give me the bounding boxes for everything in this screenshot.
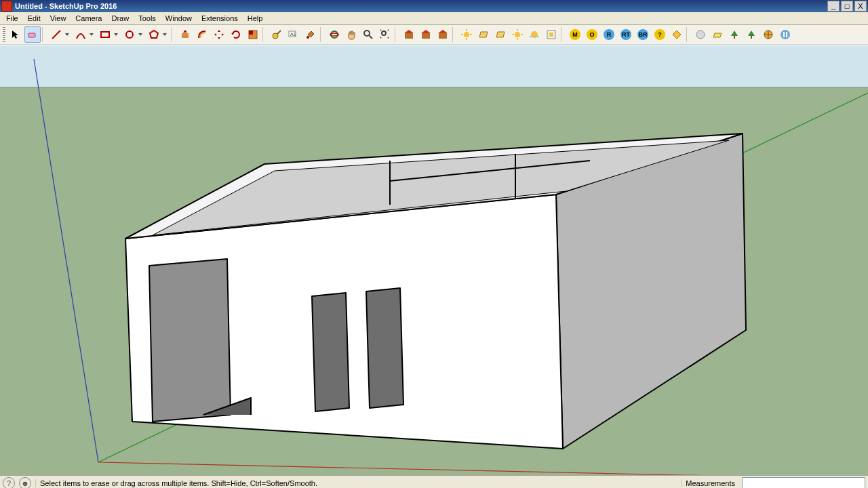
toolbar-separator	[262, 27, 267, 42]
svg-rect-2	[101, 32, 109, 37]
user-icon[interactable]: ☻	[19, 477, 31, 488]
tape-measure-tool[interactable]	[269, 26, 285, 43]
xray-icon[interactable]	[543, 26, 559, 43]
status-bar: ? ☻ Select items to erase or drag across…	[0, 475, 868, 488]
sun-icon[interactable]	[458, 26, 475, 43]
pushpull-tool[interactable]	[177, 26, 193, 43]
rotate-tool[interactable]	[228, 26, 244, 43]
arc-tool[interactable]	[73, 26, 96, 43]
toolbar-separator	[686, 27, 691, 42]
status-hint: Select items to erase or drag across mul…	[35, 479, 681, 487]
svg-marker-42	[713, 33, 722, 37]
toolbar-separator	[171, 27, 176, 42]
toolbar: A1MORRTBR?	[0, 25, 868, 45]
svg-rect-0	[28, 33, 35, 37]
svg-marker-29	[479, 32, 488, 37]
menu-file[interactable]: File	[1, 14, 23, 23]
svg-marker-21	[421, 30, 431, 33]
vray-help-badge[interactable]: ?	[652, 26, 668, 43]
menu-extensions[interactable]: Extensions	[197, 14, 243, 23]
section-display-icon[interactable]	[492, 26, 509, 43]
svg-line-1	[52, 30, 60, 39]
close-button[interactable]: X	[854, 1, 867, 12]
svg-rect-43	[734, 36, 735, 39]
scale-tool[interactable]	[245, 26, 261, 43]
maximize-button[interactable]: □	[841, 1, 853, 12]
offset-tool[interactable]	[194, 26, 210, 43]
vray-tree1-icon[interactable]	[726, 26, 743, 43]
svg-rect-45	[751, 36, 752, 39]
text-tool[interactable]: A1	[285, 26, 302, 43]
paint-bucket-tool[interactable]	[302, 26, 319, 43]
svg-rect-50	[786, 32, 787, 37]
menu-help[interactable]: Help	[243, 14, 268, 23]
vray-br-badge[interactable]: BR	[635, 26, 651, 43]
menu-view[interactable]: View	[45, 14, 71, 23]
window-title: Untitled - SketchUp Pro 2016	[15, 2, 826, 10]
zoom-extents-tool[interactable]	[377, 26, 393, 43]
rectangle-tool[interactable]	[97, 26, 121, 43]
svg-marker-64	[149, 259, 231, 422]
minimize-button[interactable]: _	[827, 1, 840, 12]
select-tool[interactable]	[7, 26, 24, 43]
svg-point-8	[273, 33, 278, 39]
menu-window[interactable]: Window	[161, 14, 197, 23]
extension-warehouse-icon[interactable]	[435, 26, 451, 43]
menu-camera[interactable]: Camera	[71, 14, 106, 23]
vray-r-badge[interactable]: R	[601, 26, 617, 43]
svg-rect-7	[249, 30, 253, 35]
vray-pause-icon[interactable]	[777, 26, 793, 43]
svg-point-15	[364, 30, 370, 36]
vray-m-badge[interactable]: M	[567, 26, 583, 43]
vray-sphere-icon[interactable]	[692, 26, 709, 43]
toolbar-separator	[42, 27, 47, 42]
menu-tools[interactable]: Tools	[134, 14, 161, 23]
svg-rect-5	[182, 33, 189, 38]
svg-marker-44	[731, 30, 738, 36]
circle-tool[interactable]	[121, 26, 145, 43]
title-bar: Untitled - SketchUp Pro 2016 _ □ X	[0, 0, 868, 12]
toolbar-separator	[395, 27, 399, 42]
warehouse-icon[interactable]	[401, 26, 417, 43]
svg-rect-49	[783, 32, 785, 37]
section-plane-icon[interactable]	[475, 26, 492, 43]
warehouse-share-icon[interactable]	[418, 26, 434, 43]
help-icon[interactable]: ?	[3, 477, 15, 488]
svg-rect-20	[422, 33, 430, 39]
fog-icon[interactable]	[526, 26, 542, 43]
line-tool[interactable]	[48, 26, 72, 43]
svg-point-3	[126, 31, 133, 38]
svg-point-31	[515, 32, 520, 37]
zoom-tool[interactable]	[360, 26, 376, 43]
menu-bar: FileEditViewCameraDrawToolsWindowExtensi…	[0, 12, 868, 25]
svg-marker-65	[312, 293, 349, 411]
svg-rect-51	[0, 45, 868, 87]
svg-marker-66	[366, 288, 403, 408]
svg-text:A1: A1	[290, 32, 296, 37]
toolbar-separator	[561, 27, 566, 42]
svg-point-17	[382, 31, 386, 35]
pan-tool[interactable]	[343, 26, 359, 43]
measurements-label: Measurements	[681, 479, 739, 487]
shadow-icon[interactable]	[509, 26, 526, 43]
menu-edit[interactable]: Edit	[23, 14, 45, 23]
vray-rt-badge[interactable]: RT	[618, 26, 634, 43]
vray-globe-icon[interactable]	[760, 26, 776, 43]
polygon-tool[interactable]	[146, 26, 170, 43]
vray-o-badge[interactable]: O	[584, 26, 600, 43]
svg-marker-19	[404, 30, 414, 33]
move-tool[interactable]	[211, 26, 227, 43]
svg-rect-37	[530, 36, 539, 37]
measurements-input[interactable]	[742, 477, 865, 488]
svg-rect-22	[439, 33, 447, 39]
svg-marker-4	[150, 30, 158, 38]
svg-marker-30	[496, 32, 505, 37]
vray-plane-icon[interactable]	[709, 26, 726, 43]
eraser-tool[interactable]	[24, 26, 41, 43]
viewport-3d[interactable]	[0, 45, 868, 475]
vray-tree2-icon[interactable]	[743, 26, 760, 43]
orbit-tool[interactable]	[326, 26, 342, 43]
menu-draw[interactable]: Draw	[106, 14, 134, 23]
vray-diamond-icon[interactable]	[669, 26, 685, 43]
svg-line-16	[369, 35, 372, 39]
